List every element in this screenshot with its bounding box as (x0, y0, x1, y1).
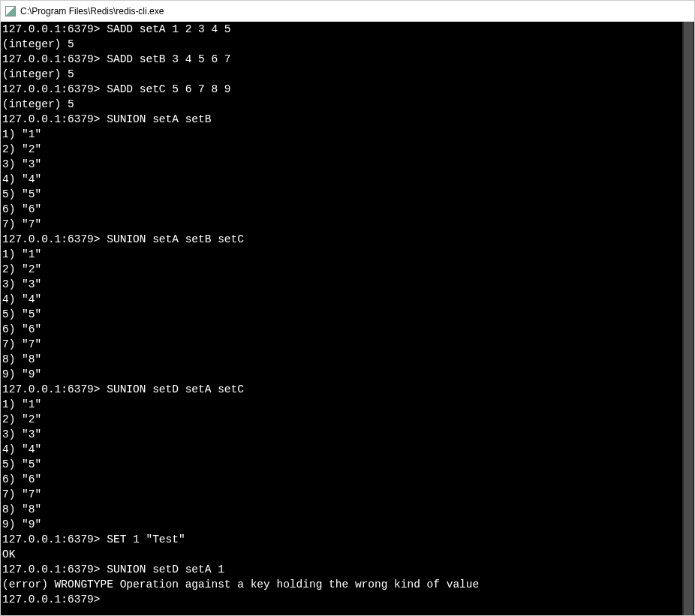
terminal-command-line: 127.0.0.1:6379> SADD setC 5 6 7 8 9 (2, 82, 693, 97)
terminal-output-line: 6) "6" (2, 322, 693, 337)
app-icon (5, 6, 16, 17)
terminal-output-line: 7) "7" (2, 487, 693, 502)
terminal-command-line: 127.0.0.1:6379> SUNION setD setA setC (2, 382, 693, 397)
terminal-output-line: 2) "2" (2, 412, 693, 427)
terminal-output-line: 5) "5" (2, 187, 693, 202)
terminal-output[interactable]: 127.0.0.1:6379> SADD setA 1 2 3 4 5(inte… (1, 22, 694, 615)
terminal-command-line: 127.0.0.1:6379> SADD setB 3 4 5 6 7 (2, 52, 693, 67)
terminal-output-line: (integer) 5 (2, 37, 693, 52)
terminal-output-line: 3) "3" (2, 157, 693, 172)
terminal-output-line: 1) "1" (2, 397, 693, 412)
terminal-output-line: 8) "8" (2, 352, 693, 367)
terminal-output-line: 9) "9" (2, 367, 693, 382)
terminal-output-line: 2) "2" (2, 142, 693, 157)
terminal-output-line: 6) "6" (2, 472, 693, 487)
terminal-output-line: OK (2, 547, 693, 562)
terminal-output-line: 3) "3" (2, 427, 693, 442)
terminal-output-line: 5) "5" (2, 307, 693, 322)
terminal-command-line: 127.0.0.1:6379> SUNION setA setB setC (2, 232, 693, 247)
console-window: C:\Program Files\Redis\redis-cli.exe 127… (0, 0, 695, 616)
terminal-output-line: 4) "4" (2, 172, 693, 187)
terminal-output-line: 4) "4" (2, 442, 693, 457)
terminal-output-line: 9) "9" (2, 517, 693, 532)
vertical-scrollbar[interactable] (682, 22, 694, 615)
terminal-output-line: (error) WRONGTYPE Operation against a ke… (2, 577, 693, 592)
terminal-command-line: 127.0.0.1:6379> SUNION setA setB (2, 112, 693, 127)
terminal-output-line: 7) "7" (2, 217, 693, 232)
scrollbar-thumb[interactable] (684, 22, 693, 615)
terminal-command-line: 127.0.0.1:6379> SET 1 "Test" (2, 532, 693, 547)
terminal-command-line: 127.0.0.1:6379> SUNION setD setA 1 (2, 562, 693, 577)
terminal-output-line: 4) "4" (2, 292, 693, 307)
terminal-output-line: 6) "6" (2, 202, 693, 217)
title-bar[interactable]: C:\Program Files\Redis\redis-cli.exe (1, 1, 694, 22)
terminal-output-line: 7) "7" (2, 337, 693, 352)
window-title: C:\Program Files\Redis\redis-cli.exe (20, 6, 164, 17)
terminal-output-line: (integer) 5 (2, 97, 693, 112)
terminal-output-line: 3) "3" (2, 277, 693, 292)
terminal-output-line: 5) "5" (2, 457, 693, 472)
terminal-output-line: 1) "1" (2, 247, 693, 262)
terminal-command-line: 127.0.0.1:6379> (2, 592, 693, 607)
terminal-output-line: 2) "2" (2, 262, 693, 277)
terminal-output-line: (integer) 5 (2, 67, 693, 82)
terminal-output-line: 8) "8" (2, 502, 693, 517)
terminal-command-line: 127.0.0.1:6379> SADD setA 1 2 3 4 5 (2, 22, 693, 37)
terminal-output-line: 1) "1" (2, 127, 693, 142)
